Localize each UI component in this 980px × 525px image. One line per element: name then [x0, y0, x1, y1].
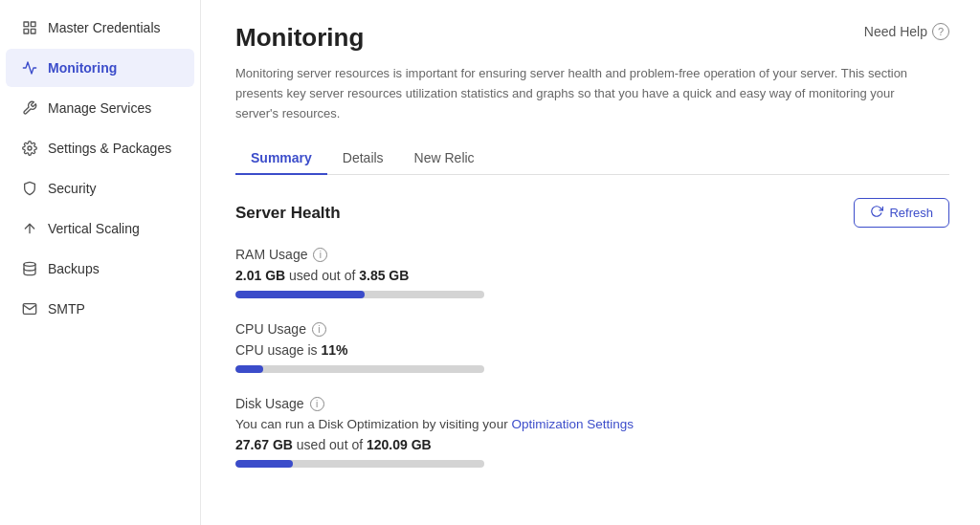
svg-point-6 [24, 262, 35, 266]
grid-icon [21, 19, 38, 36]
server-health-header: Server Health Refresh [235, 198, 949, 228]
sidebar-item-label: Vertical Scaling [48, 221, 140, 236]
sidebar-item-smtp[interactable]: SMTP [6, 290, 194, 328]
refresh-label: Refresh [889, 206, 933, 220]
tabs: Summary Details New Relic [235, 142, 949, 175]
sidebar-item-label: Manage Services [48, 100, 151, 116]
sidebar-item-security[interactable]: Security [6, 169, 194, 208]
cpu-value: CPU usage is 11% [235, 342, 949, 358]
refresh-icon [870, 205, 883, 221]
server-health-title: Server Health [235, 204, 341, 223]
disk-progress-fill [235, 460, 293, 468]
sidebar-item-master-credentials[interactable]: Master Credentials [6, 9, 194, 47]
cpu-progress-fill [235, 365, 263, 373]
sidebar-item-manage-services[interactable]: Manage Services [6, 89, 194, 127]
ram-info-icon[interactable]: i [313, 248, 327, 262]
disk-value: 27.67 GB used out of 120.09 GB [235, 437, 949, 452]
disk-usage-block: Disk Usage i You can run a Disk Optimiza… [235, 396, 949, 468]
sidebar-item-settings-packages[interactable]: Settings & Packages [6, 129, 194, 167]
svg-rect-2 [24, 29, 29, 33]
ram-usage-block: RAM Usage i 2.01 GB used out of 3.85 GB [235, 247, 949, 298]
sidebar-item-label: Security [48, 181, 97, 196]
cpu-label: CPU Usage i [235, 321, 949, 337]
tab-summary[interactable]: Summary [235, 142, 327, 175]
svg-rect-3 [31, 29, 35, 33]
sidebar-item-label: SMTP [48, 301, 85, 317]
svg-rect-1 [31, 22, 35, 27]
sidebar-item-label: Master Credentials [48, 20, 161, 35]
need-help-label: Need Help [864, 24, 927, 39]
page-title: Monitoring [235, 23, 364, 53]
sidebar: Master Credentials Monitoring Manage Ser… [0, 0, 201, 525]
disk-progress-bar [235, 460, 484, 468]
ram-progress-bar [235, 291, 484, 298]
sidebar-item-monitoring[interactable]: Monitoring [6, 49, 194, 87]
cpu-info-icon[interactable]: i [312, 322, 326, 337]
svg-point-4 [28, 146, 32, 150]
need-help-button[interactable]: Need Help ? [864, 23, 949, 40]
ram-value: 2.01 GB used out of 3.85 GB [235, 268, 949, 283]
sidebar-item-vertical-scaling[interactable]: Vertical Scaling [6, 209, 194, 248]
cpu-progress-bar [235, 365, 484, 373]
page-header: Monitoring Need Help ? [235, 23, 949, 53]
help-icon: ? [932, 23, 949, 40]
chart-icon [21, 59, 38, 77]
disk-desc: You can run a Disk Optimization by visit… [235, 417, 949, 431]
disk-label: Disk Usage i [235, 396, 949, 411]
arrow-up-icon [21, 220, 38, 237]
gear-icon [21, 140, 38, 157]
ram-progress-fill [235, 291, 365, 298]
shield-icon [21, 180, 38, 197]
main-content: Monitoring Need Help ? Monitoring server… [201, 0, 980, 525]
sidebar-item-label: Backups [48, 261, 100, 276]
database-icon [21, 260, 38, 277]
tab-details[interactable]: Details [327, 142, 399, 175]
optimization-settings-link[interactable]: Optimization Settings [511, 417, 634, 431]
sidebar-item-label: Monitoring [48, 60, 117, 76]
cpu-usage-block: CPU Usage i CPU usage is 11% [235, 321, 949, 373]
wrench-icon [21, 99, 38, 117]
mail-icon [21, 300, 38, 317]
page-description: Monitoring server resources is important… [235, 64, 924, 123]
tab-new-relic[interactable]: New Relic [399, 142, 490, 175]
svg-rect-0 [24, 22, 29, 27]
refresh-button[interactable]: Refresh [854, 198, 949, 228]
ram-label: RAM Usage i [235, 247, 949, 262]
sidebar-item-label: Settings & Packages [48, 141, 171, 156]
sidebar-item-backups[interactable]: Backups [6, 250, 194, 288]
disk-info-icon[interactable]: i [310, 397, 324, 411]
